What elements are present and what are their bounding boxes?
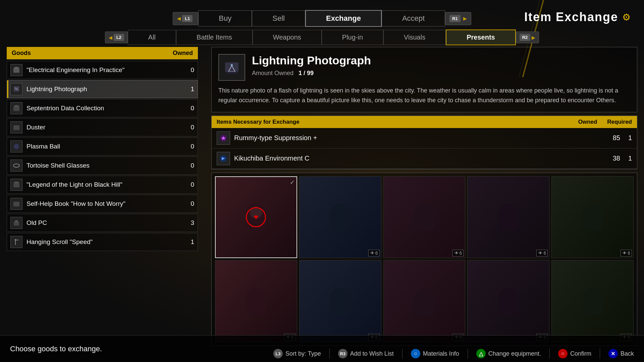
- char-card[interactable]: 👁 6: [383, 260, 466, 342]
- goods-header-title: Goods: [12, 50, 31, 57]
- list-item[interactable]: Lightning Photograph 1: [7, 80, 198, 98]
- materials-button[interactable]: ○ Materials Info: [411, 349, 459, 358]
- goods-header: Goods Owned: [7, 47, 198, 59]
- char-card[interactable]: 👁 6: [215, 260, 297, 342]
- svg-point-19: [231, 64, 233, 66]
- r1-nav-right[interactable]: R1 ▶: [445, 12, 471, 25]
- item-icon: [10, 217, 22, 229]
- triangle-badge: △: [476, 349, 486, 358]
- svg-rect-14: [15, 220, 18, 222]
- r2-badge: R2: [520, 34, 531, 41]
- exchange-owned: 85: [607, 134, 620, 142]
- equipment-button[interactable]: △ Change equipment.: [476, 349, 541, 358]
- l2-nav-left[interactable]: ◀ L2: [105, 32, 128, 43]
- tab-sell[interactable]: Sell: [252, 10, 305, 26]
- char-silhouette: [498, 204, 519, 231]
- item-detail-icon: [218, 54, 245, 81]
- top-nav: ◀ L1 Buy Sell Exchange Accept R1 ▶: [0, 10, 644, 27]
- char-card[interactable]: 👁 6: [551, 260, 634, 342]
- amount-label: Amount Owned: [252, 70, 293, 77]
- eye-icon: 👁: [454, 250, 459, 256]
- cat-battle-items[interactable]: Battle Items: [176, 30, 253, 45]
- list-item[interactable]: Duster 0: [7, 118, 198, 136]
- exchange-item-nums: 38 1: [607, 155, 632, 162]
- heart-icon: ♥: [254, 213, 258, 222]
- char-portrait: [468, 260, 549, 342]
- materials-label: Materials Info: [423, 350, 459, 357]
- item-name: Septentrion Data Collection: [26, 105, 184, 112]
- svg-rect-5: [13, 106, 19, 111]
- confirm-button[interactable]: ○ Confirm: [558, 349, 591, 358]
- svg-rect-16: [14, 240, 18, 240]
- tab-accept[interactable]: Accept: [382, 10, 445, 26]
- confirm-badge: ○: [558, 349, 568, 358]
- exchange-item-name: Kikuchiba Environment C: [234, 155, 603, 162]
- item-icon: [10, 102, 22, 114]
- divider: [468, 349, 468, 359]
- item-name: Duster: [26, 124, 184, 131]
- char-silhouette: [414, 288, 434, 315]
- char-card[interactable]: 👁 6: [467, 260, 549, 342]
- list-item[interactable]: "Legend of the Light on Black Hill" 0: [7, 176, 198, 194]
- list-item[interactable]: Septentrion Data Collection 0: [7, 99, 198, 117]
- cat-plugin[interactable]: Plug-in: [322, 30, 383, 45]
- r2-nav-right[interactable]: R2 ▶: [516, 32, 539, 43]
- divider: [549, 349, 550, 359]
- char-card[interactable]: 👁 6: [551, 176, 634, 258]
- cat-all[interactable]: All: [128, 30, 176, 45]
- goods-list: "Electrical Engineering In Practice" 0 L…: [7, 61, 198, 335]
- exchange-item: Kikuchiba Environment C 38 1: [212, 148, 637, 169]
- char-portrait: [384, 177, 465, 258]
- l3-badge: L3: [273, 349, 283, 358]
- list-item[interactable]: Old PC 3: [7, 214, 198, 232]
- item-name: "Electrical Engineering In Practice": [26, 66, 184, 74]
- back-button[interactable]: ✕ Back: [608, 349, 634, 358]
- char-card[interactable]: 👁 6: [467, 176, 549, 258]
- item-icon: [10, 83, 22, 95]
- item-icon: [10, 121, 22, 133]
- r3-badge: R3: [338, 349, 347, 358]
- item-count: 1: [184, 238, 194, 246]
- l1-nav-left[interactable]: ◀ L1: [173, 12, 198, 25]
- exchange-item-icon: [217, 152, 230, 165]
- divider: [329, 349, 330, 359]
- l2-badge: L2: [114, 34, 124, 41]
- list-item[interactable]: "Electrical Engineering In Practice" 0: [7, 61, 198, 79]
- wishlist-button[interactable]: R3 Add to Wish List: [338, 349, 394, 358]
- char-card[interactable]: ♥ ✓: [215, 176, 297, 258]
- char-card[interactable]: 👁 6: [299, 260, 381, 342]
- eye-icon: 👁: [538, 250, 543, 256]
- x-badge: ✕: [608, 349, 618, 358]
- sort-button[interactable]: L3 Sort by: Type: [273, 349, 321, 358]
- sort-label: Sort by: Type: [285, 350, 321, 357]
- char-portrait: [300, 177, 381, 258]
- l1-badge: L1: [182, 15, 193, 22]
- char-portrait: [552, 260, 633, 342]
- item-count: 0: [184, 66, 194, 74]
- svg-rect-7: [13, 125, 19, 130]
- cat-nav: ◀ L2 All Battle Items Weapons Plug-in Vi…: [0, 29, 644, 45]
- tab-buy[interactable]: Buy: [198, 10, 252, 26]
- char-card[interactable]: 👁 6: [299, 176, 381, 258]
- heart-circle: ♥: [246, 207, 266, 227]
- svg-point-9: [13, 164, 19, 167]
- cat-presents[interactable]: Presents: [446, 29, 516, 45]
- eye-icon: 👁: [370, 250, 375, 256]
- exchange-required: 1: [625, 155, 632, 162]
- list-item[interactable]: Hanging Scroll "Speed" 1: [7, 233, 198, 251]
- list-item[interactable]: Tortoise Shell Glasses 0: [7, 157, 198, 175]
- svg-rect-11: [14, 182, 18, 183]
- cat-weapons[interactable]: Weapons: [253, 30, 322, 45]
- exchange-required: 1: [625, 134, 632, 142]
- list-item[interactable]: Plasma Ball 0: [7, 137, 198, 156]
- divider: [600, 349, 600, 359]
- item-icon: [10, 179, 22, 191]
- cat-visuals[interactable]: Visuals: [383, 30, 446, 45]
- tab-exchange[interactable]: Exchange: [305, 10, 382, 27]
- list-item[interactable]: Self-Help Book "How to Not Worry" 0: [7, 195, 198, 213]
- char-card[interactable]: 👁 6: [383, 176, 466, 258]
- item-name: Self-Help Book "How to Not Worry": [26, 200, 184, 207]
- item-count: 0: [184, 181, 194, 188]
- goods-header-owned: Owned: [173, 50, 193, 57]
- item-count: 0: [184, 200, 194, 207]
